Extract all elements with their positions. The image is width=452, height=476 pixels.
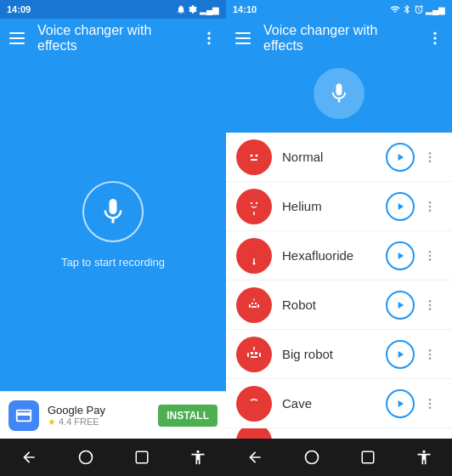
accessibility-button[interactable]: [179, 442, 217, 473]
play-normal-button[interactable]: [386, 143, 415, 172]
settings-icon: [188, 4, 198, 14]
effect-name-helium: Helium: [282, 199, 376, 213]
svg-rect-36: [257, 304, 259, 308]
right-accessibility-button[interactable]: [405, 442, 443, 473]
svg-rect-12: [251, 159, 257, 161]
effect-name-normal: Normal: [282, 150, 376, 164]
right-back-icon: [246, 449, 263, 466]
right-time: 14:10: [233, 4, 257, 14]
play-hexafluoride-button[interactable]: [386, 241, 415, 270]
svg-point-11: [256, 154, 258, 156]
more-normal-button[interactable]: [418, 145, 442, 169]
effect-actions-hexafluoride: [386, 241, 442, 270]
ad-text-block: Google Pay ★ 4.4 FREE: [48, 404, 150, 428]
svg-rect-30: [251, 303, 253, 304]
right-home-button[interactable]: [293, 442, 331, 473]
svg-point-13: [429, 152, 432, 155]
home-button[interactable]: [67, 442, 105, 473]
accessibility-icon: [189, 449, 206, 466]
right-more-vert-icon: [427, 30, 444, 47]
right-recent-button[interactable]: [350, 443, 386, 472]
effect-name-cave: Cave: [282, 396, 376, 411]
tap-to-record-label: Tap to start recording: [61, 256, 165, 269]
effect-actions-cave: [386, 389, 442, 418]
svg-point-20: [429, 201, 432, 204]
play-big-robot-icon: [394, 348, 406, 360]
right-hamburger-icon: [234, 30, 251, 47]
right-app-bar: Voice changer with effects: [226, 19, 452, 58]
cave-icon: [244, 394, 264, 414]
recent-apps-button[interactable]: [124, 443, 160, 472]
ad-banner: Google Pay ★ 4.4 FREE INSTALL: [0, 391, 226, 439]
effect-name-hexafluoride: Hexafluoride: [282, 248, 376, 263]
microphone-icon: [98, 196, 128, 227]
back-icon: [20, 449, 37, 466]
effect-item-robot: Robot: [226, 280, 452, 330]
alarm-icon: [414, 4, 424, 14]
right-back-button[interactable]: [236, 442, 274, 473]
effect-item-cave: Cave: [226, 379, 452, 428]
svg-point-38: [429, 303, 432, 306]
hamburger-icon: [8, 30, 25, 47]
mic-button[interactable]: [82, 181, 144, 242]
more-helium-button[interactable]: [418, 195, 442, 218]
left-bottom-nav: [0, 439, 226, 476]
play-helium-button[interactable]: [386, 192, 415, 221]
play-cave-button[interactable]: [386, 389, 415, 418]
left-more-button[interactable]: [199, 28, 219, 48]
svg-point-25: [253, 262, 256, 264]
ad-app-name: Google Pay: [48, 404, 150, 416]
star-icon: ★: [48, 416, 56, 428]
play-robot-button[interactable]: [386, 291, 415, 320]
play-big-robot-button[interactable]: [386, 340, 415, 369]
svg-rect-31: [255, 303, 257, 304]
install-button[interactable]: INSTALL: [158, 405, 218, 427]
svg-point-39: [429, 308, 432, 310]
right-status-icons: ▂▄▆: [390, 4, 445, 14]
svg-point-16: [248, 198, 260, 212]
more-cave-button[interactable]: [418, 392, 442, 416]
helium-balloon-icon: [244, 196, 264, 217]
effect-name-robot: Robot: [282, 298, 376, 312]
svg-point-49: [429, 353, 432, 355]
effect-icon-cave: [236, 386, 272, 422]
right-app-title: Voice changer with effects: [263, 23, 415, 54]
svg-point-22: [429, 209, 432, 212]
more-hexafluoride-button[interactable]: [418, 244, 442, 268]
right-more-button[interactable]: [425, 28, 445, 48]
effect-icon-helium: [236, 189, 272, 224]
svg-point-2: [207, 37, 210, 39]
svg-point-3: [207, 42, 210, 44]
effect-actions-normal: [386, 143, 442, 172]
svg-point-23: [250, 246, 258, 258]
svg-rect-32: [251, 306, 257, 308]
effect-icon-normal: [236, 139, 272, 175]
svg-point-37: [429, 300, 432, 303]
svg-point-21: [429, 205, 432, 207]
right-home-icon: [303, 449, 320, 466]
right-status-bar: 14:10 ▂▄▆: [226, 0, 452, 19]
more-vert-helium-icon: [423, 200, 437, 213]
left-main-content: Tap to start recording: [0, 58, 226, 391]
ad-rating-row: ★ 4.4 FREE: [48, 416, 150, 428]
ad-free-label: FREE: [74, 416, 99, 427]
more-robot-button[interactable]: [418, 293, 442, 317]
more-big-robot-button[interactable]: [418, 343, 442, 366]
left-time: 14:09: [7, 4, 31, 14]
svg-point-4: [79, 451, 92, 464]
svg-rect-47: [259, 353, 261, 357]
effect-item-helium: Helium: [226, 182, 452, 231]
svg-point-1: [207, 32, 210, 35]
play-icon: [394, 151, 406, 163]
svg-point-6: [433, 32, 436, 35]
normal-face-icon: [244, 147, 264, 167]
right-mic-button[interactable]: [314, 68, 364, 119]
wifi-icon: [390, 4, 400, 14]
svg-point-18: [251, 201, 252, 203]
signal-bars: ▂▄▆: [200, 5, 219, 14]
back-button[interactable]: [10, 442, 48, 473]
right-menu-button[interactable]: [233, 28, 253, 48]
svg-point-27: [429, 254, 432, 257]
left-menu-button[interactable]: [7, 28, 27, 48]
effect-item-big-robot: Big robot: [226, 330, 452, 379]
